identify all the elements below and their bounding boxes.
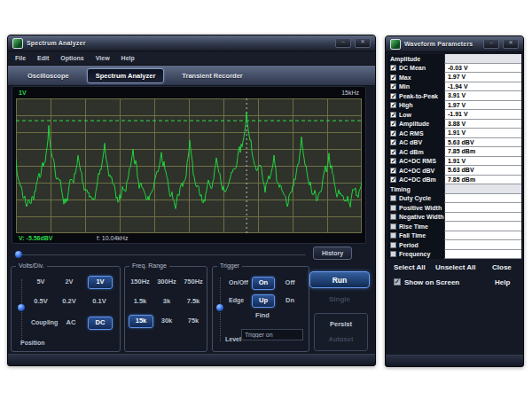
param-label: Negative Width (399, 214, 444, 220)
params-close-icon[interactable] (503, 39, 519, 49)
menu-file[interactable]: File (15, 55, 26, 61)
persist-button[interactable]: Persist (315, 320, 367, 328)
select-all-button[interactable]: Select All (394, 263, 426, 271)
main-title-bar[interactable]: Spectrum Analyzer (8, 35, 375, 51)
voltsdiv-option-5v[interactable]: 5V (29, 276, 52, 287)
params-minimize-icon[interactable] (483, 39, 499, 49)
freqrange-option-150hz[interactable]: 150Hz (129, 276, 152, 287)
param-label-cell: Rise Time (387, 222, 444, 231)
tab-transient-recorder[interactable]: Transient Recorder (178, 69, 246, 82)
freqrange-option-300hz[interactable]: 300Hz (155, 276, 178, 287)
checkbox-fall-time[interactable] (390, 232, 396, 239)
voltsdiv-option-0-2v[interactable]: 0.2V (58, 295, 81, 307)
menu-view[interactable]: View (96, 55, 110, 61)
coupling-option-dc[interactable]: DC (88, 317, 113, 330)
history-button[interactable]: History (313, 246, 352, 260)
param-label-cell: Negative Width (387, 213, 444, 223)
section-header-label: Amplitude (387, 54, 444, 64)
coupling-option-ac[interactable]: AC (61, 317, 81, 328)
param-label: High (399, 102, 413, 108)
param-label: Period (399, 242, 419, 248)
param-label-cell: Max (387, 73, 444, 82)
freqrange-option-30k[interactable]: 30k (155, 315, 178, 326)
checkbox-frequency[interactable] (390, 251, 396, 257)
param-label-cell: Positive Width (387, 203, 444, 213)
params-title-bar[interactable]: Waveform Parameters (386, 36, 523, 52)
trigger-dn-button[interactable]: Dn (280, 294, 300, 306)
checkbox-negative-width[interactable] (390, 214, 396, 220)
freqrange-option-750hz[interactable]: 750Hz (182, 276, 205, 287)
checkbox-ac-rms[interactable] (390, 130, 396, 137)
checkbox-amplitude[interactable] (390, 121, 396, 127)
freqrange-option-15k[interactable]: 15k (129, 315, 153, 328)
voltsdiv-option-0-5v[interactable]: 0.5V (29, 295, 52, 307)
menu-options[interactable]: Options (60, 55, 83, 61)
freqrange-option-3k[interactable]: 3k (155, 295, 178, 307)
param-row-amplitude: Amplitude3.88 V (387, 120, 521, 129)
tab-oscilloscope[interactable]: Oscilloscope (24, 69, 73, 82)
param-label: Frequency (399, 251, 430, 257)
section-header-label: Timing (387, 184, 444, 194)
voltsdiv-option-0-1v[interactable]: 0.1V (88, 295, 111, 307)
minimize-icon[interactable] (335, 38, 351, 48)
param-value: -1.91 V (444, 110, 521, 120)
unselect-all-button[interactable]: Unselect All (435, 263, 476, 271)
checkbox-period[interactable] (390, 242, 396, 248)
freqrange-option-75k[interactable]: 75k (182, 315, 205, 326)
param-label-cell: DC Mean (387, 64, 444, 74)
param-row-min: Min-1.94 V (387, 82, 521, 92)
checkbox-dc-mean[interactable] (390, 65, 396, 71)
param-label: Fall Time (399, 232, 426, 239)
show-on-screen-checkbox[interactable] (394, 278, 401, 286)
tab-spectrum-analyzer[interactable]: Spectrum Analyzer (87, 68, 165, 83)
trigger-find-button[interactable]: Find (248, 309, 277, 321)
freqrange-option-7-5k[interactable]: 7.5k (182, 295, 205, 307)
checkbox-positive-width[interactable] (390, 205, 396, 211)
param-label-cell: Fall Time (387, 231, 444, 241)
checkbox-min[interactable] (390, 83, 396, 90)
trigger-level-input[interactable] (241, 329, 303, 340)
trigger-up-button[interactable]: Up (252, 294, 275, 308)
coupling-label: Coupling (31, 319, 58, 325)
checkbox-ac-dc-dbv[interactable] (390, 168, 396, 174)
param-value: 1.91 V (444, 157, 521, 167)
close-icon[interactable] (355, 38, 371, 48)
param-label: Peak-to-Peak (399, 93, 438, 99)
menu-help[interactable]: Help (121, 55, 135, 61)
menu-edit[interactable]: Edit (37, 55, 49, 61)
trigger-off-button[interactable]: Off (280, 277, 300, 288)
trigger-on-button[interactable]: On (252, 277, 275, 290)
checkbox-high[interactable] (390, 102, 396, 108)
checkbox-peak-to-peak[interactable] (390, 93, 396, 99)
param-label: Amplitude (399, 121, 429, 127)
voltsdiv-option-1v[interactable]: 1V (88, 276, 113, 289)
checkbox-rise-time[interactable] (390, 223, 396, 230)
freqrange-option-1-5k[interactable]: 1.5k (129, 295, 152, 307)
checkbox-low[interactable] (390, 112, 396, 118)
checkbox-ac-dc-dbm[interactable] (390, 176, 396, 183)
param-label-cell: AC dBm (387, 147, 444, 157)
param-label-cell: Peak-to-Peak (387, 91, 444, 101)
param-row-rise-time: Rise Time (387, 222, 521, 231)
param-label-cell: Frequency (387, 250, 444, 260)
param-row-negative-width: Negative Width (387, 213, 521, 223)
single-button[interactable]: Single (309, 295, 370, 303)
param-value: 1.91 V (444, 129, 521, 138)
checkbox-duty-cycle[interactable] (390, 195, 396, 201)
cursor-frequency-readout: f: 10.04kHz (97, 235, 128, 241)
volts-offset-slider-handle[interactable] (18, 304, 25, 311)
run-button[interactable]: Run (309, 271, 370, 288)
param-value: 1.97 V (444, 73, 521, 82)
close-button[interactable]: Close (492, 263, 512, 271)
checkbox-ac-dbm[interactable] (390, 149, 396, 155)
voltsdiv-option-2v[interactable]: 2V (58, 276, 81, 287)
checkbox-ac-dc-rms[interactable] (390, 158, 396, 164)
param-label-cell: AC+DC RMS (387, 157, 444, 167)
checkbox-ac-dbv[interactable] (390, 139, 396, 145)
checkbox-max[interactable] (390, 74, 396, 81)
trigger-level-slider-handle[interactable] (216, 304, 223, 311)
position-slider-handle[interactable] (15, 251, 22, 258)
autoset-button[interactable]: Autoset (315, 335, 367, 343)
spectrum-canvas[interactable] (16, 98, 362, 233)
help-button[interactable]: Help (495, 278, 510, 286)
